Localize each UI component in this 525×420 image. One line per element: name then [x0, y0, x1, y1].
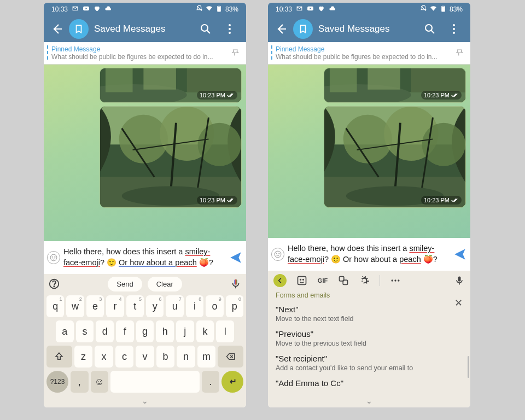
pinned-message[interactable]: Pinned Message What should be public be … — [268, 42, 470, 65]
svg-point-4 — [229, 24, 231, 26]
voice-command-item[interactable]: "Set recipient"Add a contact you'd like … — [276, 354, 463, 372]
voice-command-item[interactable]: "Add Emma to Cc" — [276, 378, 463, 388]
svg-rect-41 — [368, 68, 400, 90]
key-e[interactable]: e3 — [86, 295, 104, 317]
status-bar: 10:33 83% — [44, 3, 246, 16]
gmail-icon — [296, 5, 303, 14]
key-v[interactable]: v — [136, 346, 154, 368]
svg-point-26 — [55, 256, 55, 257]
key-r[interactable]: r4 — [106, 295, 124, 317]
emoji-key[interactable]: ☺ — [91, 371, 109, 393]
svg-rect-12 — [187, 68, 241, 92]
scrollbar[interactable] — [468, 356, 469, 378]
key-m[interactable]: m — [197, 346, 215, 368]
message-photo[interactable]: 10:23 PM — [100, 106, 242, 208]
key-l[interactable]: l — [216, 320, 234, 342]
key-w[interactable]: w2 — [66, 295, 84, 317]
app-bar: Saved Messages — [44, 16, 246, 42]
send-button[interactable] — [453, 247, 467, 261]
send-button[interactable] — [229, 250, 243, 265]
key-f[interactable]: f — [116, 320, 134, 342]
heart-icon — [318, 5, 325, 14]
svg-point-64 — [398, 279, 399, 281]
message-time: 10:23 PM — [421, 91, 462, 100]
key-t[interactable]: t5 — [126, 295, 144, 317]
message-photo[interactable]: 10:23 PM — [100, 68, 242, 103]
gmail-icon — [72, 5, 79, 14]
battery-pct: 83% — [225, 5, 238, 13]
key-u[interactable]: u7 — [166, 295, 183, 317]
collapse-handle[interactable]: ⌄ — [268, 394, 470, 405]
message-input[interactable]: Hello there, how does this insert a smil… — [288, 243, 450, 265]
pin-icon[interactable] — [231, 48, 241, 58]
key-z[interactable]: z — [74, 346, 92, 368]
mic-icon[interactable] — [230, 278, 242, 290]
shift-key[interactable] — [46, 346, 72, 368]
collapse-handle[interactable]: ⌄ — [44, 394, 246, 405]
back-icon[interactable] — [275, 22, 288, 36]
voice-panel: GIF Forms and emails ✕ "Next"Move to the… — [268, 271, 470, 407]
svg-rect-57 — [298, 277, 306, 285]
gif-icon[interactable]: GIF — [317, 275, 328, 286]
space-key[interactable] — [110, 371, 200, 393]
overflow-icon[interactable] — [390, 275, 401, 286]
voice-command-item[interactable]: "Next"Move to the next text field — [276, 305, 463, 323]
voice-desc: Move to the previous text field — [276, 340, 463, 347]
avatar[interactable] — [293, 19, 313, 39]
key-n[interactable]: n — [177, 346, 195, 368]
period-key[interactable]: . — [202, 371, 220, 393]
svg-point-5 — [229, 28, 231, 30]
enter-key[interactable] — [221, 371, 243, 393]
symbols-key[interactable]: ?123 — [46, 371, 68, 393]
key-h[interactable]: h — [156, 320, 174, 342]
key-s[interactable]: s — [76, 320, 94, 342]
close-icon[interactable]: ✕ — [454, 297, 463, 309]
emoji-button[interactable] — [271, 248, 284, 261]
suggestion-clear[interactable]: Clear — [148, 277, 182, 291]
pinned-message[interactable]: Pinned Message What should be public be … — [44, 42, 246, 65]
message-photo[interactable]: 10:23 PM — [324, 106, 466, 208]
svg-rect-32 — [442, 7, 444, 11]
search-icon[interactable] — [423, 22, 436, 36]
key-q[interactable]: q1 — [46, 295, 64, 317]
svg-point-24 — [50, 254, 57, 261]
translate-icon[interactable] — [338, 275, 349, 286]
key-b[interactable]: b — [156, 346, 174, 368]
backspace-key[interactable] — [218, 346, 243, 368]
search-icon[interactable] — [199, 22, 212, 36]
sticker-icon[interactable] — [296, 275, 307, 286]
gear-icon[interactable] — [359, 275, 370, 286]
key-d[interactable]: d — [96, 320, 114, 342]
avatar[interactable] — [69, 19, 89, 39]
key-c[interactable]: c — [115, 346, 133, 368]
key-i[interactable]: i8 — [186, 295, 203, 317]
svg-rect-42 — [411, 68, 465, 92]
help-icon[interactable] — [48, 278, 60, 290]
suggestion-send[interactable]: Send — [108, 277, 142, 291]
key-p[interactable]: p0 — [226, 295, 243, 317]
pin-icon[interactable] — [455, 48, 465, 58]
back-icon[interactable] — [50, 22, 63, 36]
more-icon[interactable] — [223, 22, 236, 36]
svg-point-59 — [303, 279, 304, 281]
message-input[interactable]: Hello there, how does this insert a smil… — [63, 247, 225, 268]
key-g[interactable]: g — [136, 320, 154, 342]
key-row-1: q1w2e3r4t5y6u7i8o9p0 — [44, 294, 246, 319]
svg-rect-11 — [143, 68, 176, 90]
key-a[interactable]: a — [56, 320, 74, 342]
voice-command-item[interactable]: "Previous"Move to the previous text fiel… — [276, 329, 463, 347]
key-y[interactable]: y6 — [146, 295, 164, 317]
key-x[interactable]: x — [95, 346, 113, 368]
svg-point-62 — [392, 279, 393, 281]
key-o[interactable]: o9 — [206, 295, 223, 317]
more-icon[interactable] — [447, 22, 460, 36]
message-photo[interactable]: 10:23 PM — [324, 68, 466, 103]
svg-point-56 — [279, 253, 279, 254]
comma-key[interactable]: , — [71, 371, 89, 393]
voice-command: "Set recipient" — [276, 354, 463, 363]
key-k[interactable]: k — [196, 320, 214, 342]
voice-back-button[interactable] — [273, 274, 287, 287]
mic-icon[interactable] — [454, 275, 465, 286]
emoji-button[interactable] — [47, 251, 60, 264]
key-j[interactable]: j — [176, 320, 194, 342]
